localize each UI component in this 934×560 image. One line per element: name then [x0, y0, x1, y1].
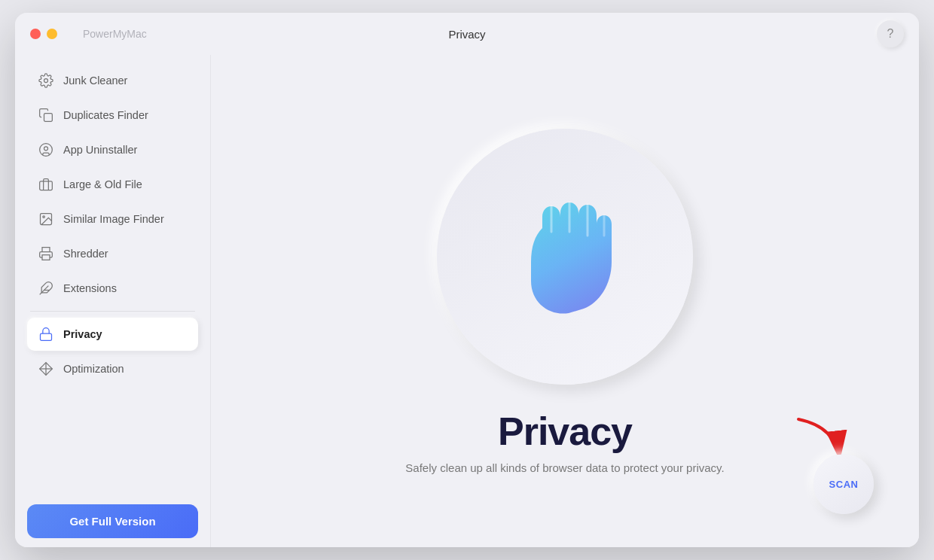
sidebar-item-label: Large & Old File [63, 178, 142, 190]
sidebar-divider [30, 311, 195, 312]
sidebar-item-label: Privacy [63, 328, 102, 340]
svg-rect-4 [40, 181, 53, 190]
scan-button[interactable]: SCAN [813, 454, 874, 514]
sidebar-item-shredder[interactable]: Shredder [27, 237, 198, 270]
sidebar-item-optimization[interactable]: Optimization [27, 352, 198, 385]
get-full-version-button[interactable]: Get Full Version [27, 504, 198, 538]
main-layout: Junk Cleaner Duplicates Finder App Unins… [15, 55, 919, 547]
window-title: Privacy [448, 28, 485, 41]
svg-point-2 [40, 144, 53, 157]
puzzle-icon [38, 280, 54, 297]
sidebar-item-label: Similar Image Finder [63, 213, 164, 225]
sidebar-item-label: Junk Cleaner [63, 75, 127, 87]
app-name: PowerMyMac [83, 28, 147, 40]
hero-subtitle: Safely clean up all kinds of browser dat… [405, 461, 724, 474]
sidebar-item-similar-image-finder[interactable]: Similar Image Finder [27, 202, 198, 236]
sidebar-item-label: App Uninstaller [63, 144, 137, 156]
sidebar-item-junk-cleaner[interactable]: Junk Cleaner [27, 64, 198, 97]
photo-icon [38, 211, 54, 227]
svg-rect-10 [41, 333, 52, 340]
copy-icon [38, 107, 54, 123]
traffic-lights [30, 29, 74, 39]
hero-title: Privacy [405, 409, 724, 454]
sidebar-item-label: Shredder [63, 248, 108, 260]
minimize-button[interactable] [47, 29, 57, 39]
sidebar-item-large-old-file[interactable]: Large & Old File [27, 168, 198, 201]
hero-text-area: Privacy Safely clean up all kinds of bro… [405, 409, 724, 474]
title-bar: PowerMyMac Privacy ? [15, 13, 919, 55]
person-circle-icon [38, 142, 54, 158]
close-button[interactable] [30, 29, 41, 39]
hand-icon [505, 193, 625, 321]
lock-icon [38, 326, 54, 342]
briefcase-icon [38, 176, 54, 193]
sidebar-item-label: Duplicates Finder [63, 109, 148, 121]
help-button[interactable]: ? [877, 20, 904, 47]
svg-rect-7 [42, 255, 50, 260]
sidebar-item-extensions[interactable]: Extensions [27, 272, 198, 305]
sidebar-item-privacy[interactable]: Privacy [27, 318, 198, 351]
printer-icon [38, 245, 54, 262]
svg-point-6 [43, 216, 45, 218]
sidebar-item-duplicates-finder[interactable]: Duplicates Finder [27, 99, 198, 132]
sidebar: Junk Cleaner Duplicates Finder App Unins… [15, 55, 211, 547]
sidebar-nav: Junk Cleaner Duplicates Finder App Unins… [27, 64, 198, 495]
snowflake-icon [38, 361, 54, 377]
hero-circle [437, 129, 693, 385]
svg-point-0 [44, 79, 48, 83]
content-area: Privacy Safely clean up all kinds of bro… [211, 55, 919, 547]
sidebar-item-label: Optimization [63, 363, 124, 375]
sidebar-item-app-uninstaller[interactable]: App Uninstaller [27, 133, 198, 166]
svg-point-3 [44, 147, 48, 151]
gear-circle-icon [38, 72, 54, 89]
svg-rect-1 [44, 114, 53, 122]
sidebar-item-label: Extensions [63, 282, 117, 294]
app-window: PowerMyMac Privacy ? Junk Cleaner [15, 13, 919, 547]
